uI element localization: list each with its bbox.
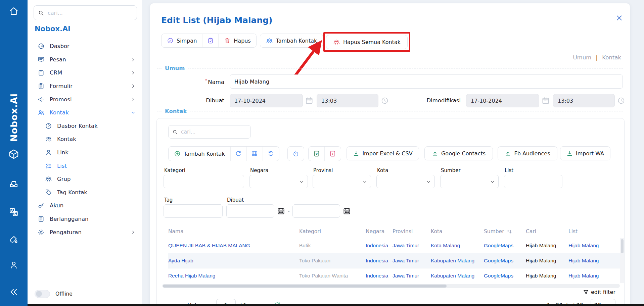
users-group-icon: [333, 39, 340, 46]
column-header-negara[interactable]: Negara: [366, 228, 393, 235]
clipboard-check-button[interactable]: [202, 34, 219, 47]
add-contact-button[interactable]: Tambah Kontak: [260, 34, 323, 48]
download-icon: [566, 150, 573, 157]
timer-icon: [292, 150, 299, 157]
sidebar-item-akun[interactable]: Akun: [28, 199, 142, 212]
sidebar-search-input[interactable]: [48, 10, 133, 16]
filter-provinsi-select[interactable]: [313, 175, 371, 188]
profile-icon[interactable]: [9, 260, 18, 270]
save-button[interactable]: Simpan: [162, 34, 202, 47]
sidebar-search[interactable]: [34, 5, 137, 20]
table-row[interactable]: Ayda HijabToko PakaianIndonesiaJawa Timu…: [168, 253, 620, 268]
translate-icon[interactable]: [9, 207, 18, 217]
cell-list[interactable]: Hijab Malang: [568, 258, 620, 264]
chevron-down-icon: [131, 110, 136, 115]
reset-button[interactable]: [263, 147, 279, 161]
filter-tag-input[interactable]: [164, 204, 223, 218]
filter-dibuat-from-input[interactable]: [226, 204, 274, 218]
sidebar-item-list[interactable]: List: [28, 159, 142, 172]
column-header-cari[interactable]: Cari: [526, 228, 568, 235]
cell-kota[interactable]: Kota Malang: [431, 243, 484, 249]
sidebar-item-label: Promosi: [50, 96, 72, 103]
google-contacts-button[interactable]: Google Contacts: [424, 146, 493, 160]
horizontal-scrollbar[interactable]: [162, 284, 620, 288]
sidebar-item-formulir[interactable]: Formulir: [28, 80, 142, 93]
column-header-nama[interactable]: Nama: [168, 228, 299, 235]
calendar-icon[interactable]: [343, 207, 351, 215]
calendar-icon[interactable]: [277, 207, 285, 215]
tab-umum[interactable]: Umum: [573, 54, 592, 61]
import-excel-csv-button[interactable]: Impor Excel & CSV: [347, 146, 419, 160]
timer-button[interactable]: [288, 147, 304, 161]
contacts-search-input[interactable]: [181, 129, 247, 135]
close-icon[interactable]: [615, 14, 623, 22]
edit-filter-button[interactable]: edit filter: [583, 289, 615, 295]
cube-logo-icon: [8, 149, 19, 160]
sidebar-item-promosi[interactable]: Promosi: [28, 93, 142, 106]
filter-dibuat-to-input[interactable]: [292, 204, 340, 218]
sidebar-item-kontak[interactable]: Kontak: [28, 106, 142, 119]
sidebar-item-pengaturan[interactable]: Pengaturan: [28, 225, 142, 239]
export-excel-button[interactable]: x: [309, 147, 325, 161]
cell-negara[interactable]: Indonesia: [366, 258, 393, 264]
table-row[interactable]: QUEEN JILBAB & HIJAB MALANGButikIndonesi…: [168, 238, 620, 253]
cell-negara[interactable]: Indonesia: [366, 243, 393, 249]
cell-negara[interactable]: Indonesia: [366, 273, 393, 279]
nama-input[interactable]: [230, 74, 623, 89]
column-header-sumber[interactable]: Sumber: [484, 228, 526, 235]
cell-provinsi[interactable]: Jawa Timur: [393, 243, 431, 249]
key-icon: [38, 202, 45, 209]
column-header-kota[interactable]: Kota: [431, 228, 484, 235]
sidebar-item-grup[interactable]: Grup: [28, 172, 142, 186]
offline-toggle[interactable]: [35, 290, 50, 298]
home-icon[interactable]: [9, 6, 19, 16]
import-wa-button[interactable]: Import WA: [560, 146, 610, 160]
cell-kota[interactable]: Kabupaten Malang: [431, 258, 484, 264]
add-contact-row-button[interactable]: Tambah Kontak: [169, 147, 231, 161]
column-header-list[interactable]: List: [568, 228, 620, 235]
filter-list-input[interactable]: [504, 175, 562, 188]
table-row[interactable]: Reeha Hijab MalangToko Pakaian WanitaInd…: [168, 268, 620, 283]
cell-list[interactable]: Hijab Malang: [568, 273, 620, 279]
scrollbar-thumb[interactable]: [621, 239, 624, 253]
cell-sumber[interactable]: GoogleMaps: [484, 258, 526, 264]
sidebar-item-dasbor-kontak[interactable]: Dasbor Kontak: [28, 119, 142, 133]
sidebar-item-link[interactable]: Link: [28, 146, 142, 159]
filter-kategori-input[interactable]: [164, 175, 244, 188]
sidebar-item-dasbor[interactable]: Dasbor: [28, 40, 142, 53]
refresh-button[interactable]: [231, 147, 247, 161]
scrollbar-thumb[interactable]: [163, 285, 447, 288]
sidebar-item-tag-kontak[interactable]: Tag Kontak: [28, 186, 142, 199]
sidebar-item-berlangganan[interactable]: Berlangganan: [28, 212, 142, 226]
vertical-scrollbar[interactable]: [620, 238, 624, 283]
cell-sumber[interactable]: GoogleMaps: [484, 243, 526, 249]
cell-nama[interactable]: Ayda Hijab: [168, 258, 299, 264]
tab-kontak[interactable]: Kontak: [602, 54, 621, 61]
cell-sumber[interactable]: GoogleMaps: [484, 273, 526, 279]
sidebar-item-pesan[interactable]: Pesan: [28, 53, 142, 66]
ink-drop-icon[interactable]: [9, 235, 18, 245]
export-pdf-button[interactable]: ↓: [325, 147, 341, 161]
fb-audiences-button[interactable]: Fb Audiences: [498, 146, 557, 160]
filter-negara-select[interactable]: [249, 175, 308, 188]
sidebar-item-crm[interactable]: CRM: [28, 66, 142, 80]
sidebar-nav: DasborPesanCRMFormulirPromosiKontakDasbo…: [28, 40, 142, 239]
cell-list[interactable]: Hijab Malang: [568, 243, 620, 249]
collapse-sidebar-icon[interactable]: [9, 288, 18, 296]
contacts-search[interactable]: [168, 125, 251, 139]
table-view-button[interactable]: [247, 147, 263, 161]
inbox-icon[interactable]: [9, 179, 18, 189]
cell-nama[interactable]: Reeha Hijab Malang: [168, 273, 299, 279]
cell-nama[interactable]: QUEEN JILBAB & HIJAB MALANG: [168, 243, 299, 249]
column-header-provinsi[interactable]: Provinsi: [393, 228, 431, 235]
sort-icon[interactable]: [507, 229, 512, 235]
cell-kota[interactable]: Kabupaten Malang: [431, 273, 484, 279]
cell-provinsi[interactable]: Jawa Timur: [393, 258, 431, 264]
filter-sumber-select[interactable]: [440, 175, 499, 188]
filter-kota-select[interactable]: [376, 175, 435, 188]
sidebar-item-kontak[interactable]: Kontak: [28, 133, 142, 146]
delete-all-contacts-button[interactable]: Hapus Semua Kontak: [326, 35, 408, 49]
cell-provinsi[interactable]: Jawa Timur: [393, 273, 431, 279]
column-header-kategori[interactable]: Kategori: [299, 228, 366, 235]
delete-button[interactable]: Hapus: [219, 34, 256, 47]
